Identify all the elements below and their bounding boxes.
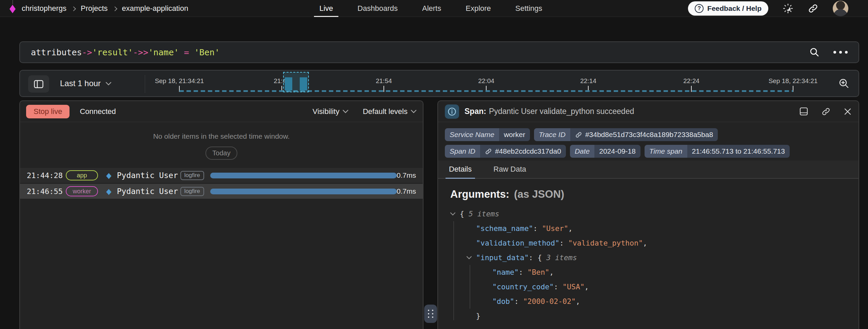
share-link-icon[interactable] bbox=[808, 3, 818, 14]
zoom-in-icon[interactable] bbox=[838, 78, 850, 89]
user-avatar[interactable] bbox=[833, 1, 848, 16]
connection-status: Connected bbox=[80, 107, 116, 116]
tab-details[interactable]: Details bbox=[446, 160, 475, 178]
badge-row: Service NameworkerTrace ID#34bd8e51d73c3… bbox=[445, 128, 852, 141]
timeline-tick-label: Sep 18, 22:34:21 bbox=[769, 77, 818, 85]
json-token: "name" bbox=[492, 268, 519, 276]
badge-label: Date bbox=[570, 145, 594, 158]
top-navbar: christophergsProjectsexample-application… bbox=[0, 0, 868, 17]
row-timestamp: 21:46:55 bbox=[27, 187, 66, 196]
query-token: 'Ben' bbox=[194, 47, 220, 57]
detail-content: Arguments: (as JSON) { 5 items"schema_na… bbox=[438, 179, 859, 329]
expand-chevron-icon[interactable] bbox=[450, 210, 456, 216]
timeline-histogram[interactable] bbox=[179, 90, 793, 92]
close-icon[interactable] bbox=[844, 108, 852, 116]
histogram-bar bbox=[285, 77, 292, 91]
json-line: "schema_name": "User", bbox=[450, 221, 846, 236]
arguments-heading: Arguments: (as JSON) bbox=[450, 188, 846, 200]
sidebar-toggle-button[interactable] bbox=[28, 75, 49, 93]
today-pill[interactable]: Today bbox=[205, 147, 237, 160]
json-line: { 5 items bbox=[450, 207, 846, 221]
duration-label: 0.7ms bbox=[397, 171, 416, 179]
json-token: : bbox=[559, 239, 568, 247]
query-token: = bbox=[179, 47, 194, 57]
service-badge-app: app bbox=[66, 170, 98, 180]
more-options-icon[interactable] bbox=[833, 51, 848, 54]
duration-label: 0.7ms bbox=[397, 187, 416, 195]
nav-tab-explore[interactable]: Explore bbox=[464, 0, 492, 17]
dropdown-label: Default levels bbox=[363, 107, 408, 116]
row-timestamp: 21:44:28 bbox=[27, 171, 66, 180]
timeline-tick-label: 22:14 bbox=[580, 77, 596, 85]
theme-toggle-icon[interactable] bbox=[783, 3, 793, 14]
chevron-down-icon bbox=[411, 110, 417, 113]
breadcrumb-separator-icon bbox=[112, 6, 117, 11]
dropdown-default-levels[interactable]: Default levels bbox=[363, 107, 417, 116]
dock-panel-icon[interactable] bbox=[799, 107, 808, 116]
query-actions bbox=[809, 47, 848, 58]
badge-value: worker bbox=[499, 128, 530, 141]
badge-service-name: Service Nameworker bbox=[445, 128, 530, 141]
query-input[interactable]: attributes->'result'->>'name' = 'Ben' bbox=[19, 41, 859, 63]
query-token: 'result' bbox=[92, 47, 133, 57]
span-title: Span:Pydantic User validate_python succe… bbox=[465, 107, 634, 116]
json-token: , bbox=[576, 297, 580, 306]
json-line: "country_code": "USA", bbox=[450, 279, 846, 294]
stop-live-button[interactable]: Stop live bbox=[26, 105, 70, 118]
json-token: "2000-02-02" bbox=[523, 297, 576, 306]
badge-row: Span ID#48eb2cdcdc317da0Date2024-09-18Ti… bbox=[445, 145, 852, 158]
json-token: "dob" bbox=[492, 297, 514, 306]
panel-resize-handle[interactable] bbox=[424, 305, 437, 323]
nav-tab-settings[interactable]: Settings bbox=[514, 0, 544, 17]
dropdown-label: Visibility bbox=[313, 107, 339, 116]
dropdown-visibility[interactable]: Visibility bbox=[313, 107, 349, 116]
badge-value: 2024-09-18 bbox=[594, 145, 640, 158]
breadcrumb-item-christophergs[interactable]: christophergs bbox=[22, 4, 66, 13]
json-token: 3 items bbox=[546, 253, 577, 262]
json-token: "USA" bbox=[563, 283, 585, 291]
chevron-down-icon bbox=[105, 82, 112, 85]
search-icon[interactable] bbox=[809, 47, 820, 58]
feedback-help-button[interactable]: ? Feedback / Help bbox=[688, 1, 768, 16]
tab-raw-data[interactable]: Raw Data bbox=[490, 160, 530, 178]
service-badge-worker: worker bbox=[66, 186, 98, 196]
query-token: attributes bbox=[31, 47, 82, 57]
logfire-logo-icon[interactable] bbox=[9, 0, 16, 17]
breadcrumb-item-Projects[interactable]: Projects bbox=[81, 4, 107, 13]
badge-trace-id: Trace ID#34bd8e51d73c3f4c8a189b72338a5ba… bbox=[534, 128, 718, 141]
live-panel-header: Stop live Connected VisibilityDefault le… bbox=[20, 101, 423, 122]
arguments-json-tree: { 5 items"schema_name": "User","validati… bbox=[450, 207, 846, 323]
span-name: Pydantic User bbox=[117, 171, 180, 180]
badge-value[interactable]: #48eb2cdcdc317da0 bbox=[480, 145, 566, 158]
json-token: : bbox=[514, 297, 523, 306]
timeline-tick-label: 22:04 bbox=[478, 77, 494, 85]
span-detail-panel: Span:Pydantic User validate_python succe… bbox=[437, 100, 859, 329]
trace-row[interactable]: 21:46:55worker◆Pydantic Userlogfire0.7ms bbox=[20, 184, 423, 199]
json-token: , bbox=[549, 268, 554, 276]
expand-chevron-icon[interactable] bbox=[467, 254, 472, 259]
nav-tab-dashboards[interactable]: Dashboards bbox=[356, 0, 399, 17]
json-token: "schema_name" bbox=[476, 224, 533, 233]
time-range-dropdown[interactable]: Last 1 hour bbox=[60, 71, 112, 96]
json-indent-guide bbox=[470, 265, 470, 309]
json-line: "dob": "2000-02-02", bbox=[450, 294, 846, 309]
badge-time-span: Time span21:46:55.713 to 21:46:55.713 bbox=[645, 145, 790, 158]
span-kind-icon: ◆ bbox=[106, 171, 111, 180]
nav-tab-alerts[interactable]: Alerts bbox=[421, 0, 442, 17]
chevron-down-icon bbox=[342, 110, 349, 113]
timeline-tick-label: 21:54 bbox=[376, 77, 392, 85]
timeline-selection[interactable] bbox=[283, 72, 309, 92]
copy-link-icon[interactable] bbox=[821, 107, 831, 116]
badge-value[interactable]: #34bd8e51d73c3f4c8a189b72338a5ba8 bbox=[570, 128, 718, 141]
nav-tab-live[interactable]: Live bbox=[318, 0, 334, 17]
json-token: "input_data" bbox=[476, 253, 529, 262]
span-kind-icon: ◆ bbox=[106, 187, 111, 196]
breadcrumb-item-example-application[interactable]: example-application bbox=[122, 4, 189, 13]
json-line: "name": "Ben", bbox=[450, 265, 846, 279]
query-token: 'name' bbox=[148, 47, 179, 57]
histogram-bar bbox=[300, 77, 307, 91]
json-token: 5 items bbox=[469, 210, 499, 218]
json-line: "input_data": { 3 items bbox=[450, 250, 846, 265]
trace-row[interactable]: 21:44:28app◆Pydantic Userlogfire0.7ms bbox=[20, 168, 423, 183]
json-token: "country_code" bbox=[492, 283, 554, 291]
